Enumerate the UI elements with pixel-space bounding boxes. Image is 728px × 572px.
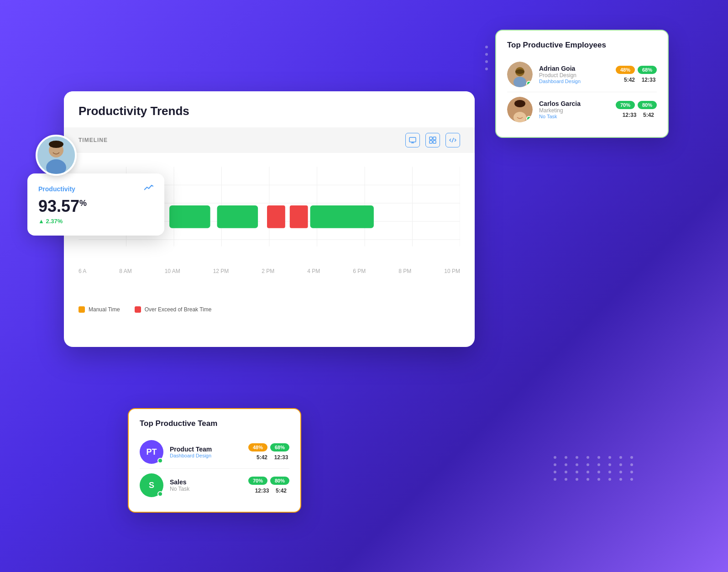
online-indicator <box>157 491 163 497</box>
badge-percent: 70% <box>616 101 635 109</box>
team-row: PT Product Team Dashboard Design 48% 68%… <box>140 436 289 468</box>
online-indicator <box>157 458 163 463</box>
avatar <box>36 135 77 176</box>
timeline-icons <box>405 133 460 147</box>
svg-point-32 <box>515 69 524 74</box>
svg-rect-4 <box>409 137 416 142</box>
timeline-bar: TIMELINE <box>64 127 475 153</box>
svg-rect-8 <box>433 137 436 140</box>
team-card-title: Top Productive Team <box>140 419 289 428</box>
badge-row-1: 70% 80% <box>248 477 289 485</box>
trend-icon <box>144 184 153 193</box>
badge-time: 5:42 <box>254 454 270 461</box>
badge-time: 5:42 <box>273 488 289 494</box>
chart-legend: Manual Time Over Exceed of Break Time <box>64 299 475 320</box>
team-info: Product Team Dashboard Design <box>170 446 242 458</box>
team-avatar: PT <box>140 440 163 464</box>
badge-row-2: 5:42 12:33 <box>254 454 289 461</box>
team-row: S Sales No Task 70% 80% 12:33 5:42 <box>140 468 289 502</box>
employee-name: Carlos Garcia <box>539 100 609 107</box>
badge-row-1: 70% 80% <box>616 101 657 109</box>
badge-row-2: 12:33 5:42 <box>621 112 657 118</box>
time-label: 2 PM <box>262 268 274 274</box>
time-label: 4 PM <box>307 268 320 274</box>
svg-rect-9 <box>429 141 432 143</box>
online-indicator <box>526 116 532 121</box>
badge-percent: 80% <box>270 477 289 485</box>
time-label: 6 PM <box>353 268 366 274</box>
team-badges: 48% 68% 5:42 12:33 <box>248 443 289 461</box>
legend-manual-time: Manual Time <box>79 306 120 313</box>
badge-percent: 48% <box>616 66 635 74</box>
grid-icon[interactable] <box>425 133 440 147</box>
svg-point-33 <box>513 77 526 87</box>
badge-row-2: 12:33 5:42 <box>254 488 289 494</box>
svg-rect-29 <box>310 205 374 228</box>
svg-point-3 <box>49 141 63 148</box>
employee-avatar <box>507 62 533 87</box>
employee-avatar <box>507 97 533 122</box>
svg-rect-24 <box>169 205 210 228</box>
employee-row: Adrian Goia Product Design Dashboard Des… <box>507 57 657 92</box>
badge-percent: 70% <box>248 477 267 485</box>
productivity-mini-card: Productivity 93.57% ▲ 2.37% <box>27 173 164 236</box>
legend-dot-red <box>135 306 141 313</box>
legend-exceed-break: Over Exceed of Break Time <box>135 306 212 313</box>
badge-time: 12:33 <box>254 488 270 494</box>
team-card: Top Productive Team PT Product Team Dash… <box>128 408 301 513</box>
card-header: Productivity Trends <box>64 91 475 127</box>
employee-name: Adrian Goia <box>539 65 609 72</box>
employee-dept: Marketing <box>539 107 609 114</box>
team-avatar: S <box>140 473 163 497</box>
team-badges: 70% 80% 12:33 5:42 <box>248 477 289 494</box>
card-title: Productivity Trends <box>79 104 460 118</box>
employee-task: Dashboard Design <box>539 79 609 84</box>
chart-time-labels: 6 A 8 AM 10 AM 12 PM 2 PM 4 PM 6 PM 8 PM… <box>79 264 460 274</box>
productivity-label: Productivity <box>38 184 153 193</box>
employee-task: No Task <box>539 114 609 119</box>
time-label: 8 AM <box>119 268 131 274</box>
online-indicator <box>526 81 532 86</box>
badge-row-2: 5:42 12:33 <box>621 77 657 83</box>
svg-point-36 <box>514 100 525 107</box>
employee-dept: Product Design <box>539 72 609 79</box>
svg-point-37 <box>513 112 526 122</box>
productivity-change: ▲ 2.37% <box>38 218 153 225</box>
time-label: 10 AM <box>165 268 180 274</box>
employee-row: Carlos Garcia Marketing No Task 70% 80% … <box>507 92 657 127</box>
employee-info: Carlos Garcia Marketing No Task <box>539 100 609 119</box>
badge-time: 12:33 <box>640 77 657 83</box>
legend-label: Over Exceed of Break Time <box>145 306 212 313</box>
badge-time: 12:33 <box>621 112 638 118</box>
productivity-value: 93.57% <box>38 197 153 216</box>
badge-time: 12:33 <box>273 454 289 461</box>
badge-percent: 68% <box>270 443 289 451</box>
badge-row-1: 48% 68% <box>616 66 657 74</box>
team-name: Product Team <box>170 446 242 453</box>
svg-rect-26 <box>260 205 267 228</box>
monitor-icon[interactable] <box>405 133 420 147</box>
timeline-label: TIMELINE <box>79 137 108 143</box>
employee-badges: 48% 68% 5:42 12:33 <box>616 66 657 83</box>
team-name: Sales <box>170 478 242 486</box>
svg-rect-28 <box>290 205 308 228</box>
time-label: 10 PM <box>444 268 460 274</box>
legend-dot-orange <box>79 306 85 313</box>
svg-rect-25 <box>217 205 258 228</box>
svg-rect-10 <box>433 141 436 143</box>
badge-time: 5:42 <box>621 77 638 83</box>
badge-percent: 80% <box>638 101 657 109</box>
badge-time: 5:42 <box>640 112 657 118</box>
legend-label: Manual Time <box>89 306 120 313</box>
time-label: 12 PM <box>213 268 229 274</box>
employee-info: Adrian Goia Product Design Dashboard Des… <box>539 65 609 84</box>
svg-line-11 <box>452 138 454 142</box>
employee-badges: 70% 80% 12:33 5:42 <box>616 101 657 118</box>
dots-decoration-bottom <box>554 456 637 481</box>
badge-percent: 68% <box>638 66 657 74</box>
svg-rect-7 <box>429 137 432 140</box>
time-label: 6 A <box>79 268 86 274</box>
badge-row-1: 48% 68% <box>248 443 289 451</box>
code-icon[interactable] <box>445 133 460 147</box>
svg-rect-27 <box>267 205 285 228</box>
